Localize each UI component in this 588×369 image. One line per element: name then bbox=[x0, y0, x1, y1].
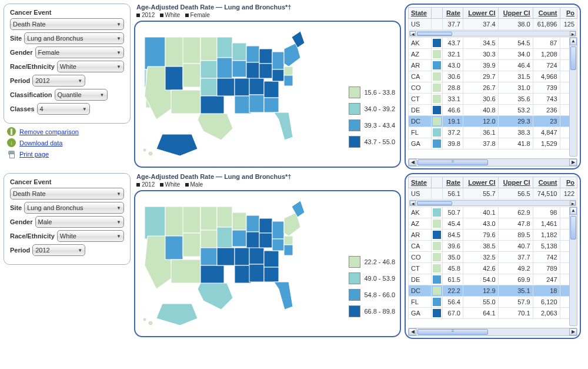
table-row[interactable]: FL56.455.057.96,120 bbox=[409, 297, 577, 308]
legend-swatch bbox=[349, 87, 360, 98]
table-row[interactable]: AR84.579.689.51,182 bbox=[409, 230, 577, 241]
period-select[interactable]: 2012 ▼ bbox=[32, 75, 85, 87]
vertical-scrollbar[interactable]: ▲ bbox=[569, 207, 577, 326]
svg-rect-72 bbox=[284, 245, 293, 255]
download-icon: ↓ bbox=[7, 138, 16, 147]
svg-point-75 bbox=[143, 318, 146, 321]
table-row[interactable]: CO28.826.731.0739 bbox=[409, 82, 577, 94]
col-rate[interactable]: Rate bbox=[442, 8, 463, 19]
map-title-2: Age-Adjusted Death Rate — Lung and Bronc… bbox=[136, 173, 401, 180]
scroll-left-icon[interactable]: ◀ bbox=[409, 159, 416, 166]
table-row[interactable]: GA67.064.170.12,063 bbox=[409, 308, 577, 319]
table-row[interactable]: CT33.130.635.6743 bbox=[409, 94, 577, 105]
table-row[interactable]: DE46.640.853.2236 bbox=[409, 105, 577, 116]
col-swatch[interactable] bbox=[431, 177, 442, 188]
map-frame-1[interactable]: 15.6 - 33.8 34.0 - 39.2 39.3 - 43.4 43.7… bbox=[134, 21, 401, 168]
horizontal-scrollbar[interactable]: ◀ ▶ bbox=[408, 328, 577, 336]
table-row[interactable]: CO35.032.537.7742 bbox=[409, 252, 577, 263]
map-frame-2[interactable]: 22.2 - 46.8 49.0 - 53.9 54.8 - 66.0 66.8… bbox=[134, 190, 401, 337]
table-row[interactable]: AK50.740.162.998 bbox=[409, 207, 577, 218]
us-summary-row[interactable]: US56.155.756.574,510122 bbox=[409, 188, 577, 200]
classes-label: Classes bbox=[10, 105, 35, 112]
table-row[interactable]: DE61.554.069.9247 bbox=[409, 274, 577, 285]
race-select[interactable]: White ▼ bbox=[57, 61, 124, 72]
print-icon bbox=[7, 149, 16, 158]
svg-rect-47 bbox=[201, 230, 217, 248]
scroll-right-icon[interactable]: ▶ bbox=[569, 159, 577, 166]
scroll-right-icon[interactable]: ▶ bbox=[569, 328, 577, 335]
svg-rect-66 bbox=[259, 233, 272, 248]
col-pop[interactable]: Po bbox=[560, 177, 577, 188]
download-data-link[interactable]: Download data bbox=[19, 139, 62, 147]
table-row[interactable]: AR43.039.946.4724 bbox=[409, 60, 577, 71]
scroll-thumb[interactable] bbox=[570, 216, 576, 240]
horizontal-scrollbar[interactable]: ◀ ▶ bbox=[408, 158, 577, 167]
svg-rect-20 bbox=[246, 62, 259, 79]
table-row[interactable]: GA39.837.841.81,529 bbox=[409, 138, 577, 149]
scroll-up-icon[interactable]: ▲ bbox=[570, 207, 577, 215]
svg-rect-57 bbox=[246, 232, 259, 248]
svg-rect-11 bbox=[201, 78, 217, 96]
chevron-down-icon: ▼ bbox=[116, 64, 121, 69]
svg-rect-22 bbox=[235, 96, 251, 114]
scroll-thumb[interactable] bbox=[417, 159, 488, 165]
table-row[interactable]: AZ45.443.047.81,461 bbox=[409, 218, 577, 230]
event-select[interactable]: Death Rate ▼ bbox=[10, 188, 124, 200]
table-row[interactable]: FL37.236.138.34,847 bbox=[409, 127, 577, 138]
svg-rect-60 bbox=[249, 248, 264, 264]
table-row[interactable]: CT45.842.649.2789 bbox=[409, 263, 577, 274]
remove-comparison-icon: ‖ bbox=[7, 127, 16, 136]
col-lowerci[interactable]: Lower CI bbox=[463, 177, 498, 188]
svg-rect-50 bbox=[217, 207, 232, 227]
remove-comparison-link[interactable]: Remove comparison bbox=[19, 128, 79, 135]
actions-panel: ‖ Remove comparison ↓ Download data Prin… bbox=[7, 127, 131, 158]
table-row[interactable]: AK43.734.554.587 bbox=[409, 38, 577, 49]
scroll-up-icon[interactable]: ▲ bbox=[570, 38, 577, 45]
site-select[interactable]: Lung and Bronchus ▼ bbox=[24, 32, 124, 44]
chevron-down-icon: ▼ bbox=[116, 191, 121, 197]
chevron-down-icon: ▼ bbox=[82, 107, 87, 112]
us-summary-row[interactable]: US37.737.438.061,896125 bbox=[409, 19, 577, 30]
gender-select[interactable]: Female ▼ bbox=[35, 46, 124, 58]
col-pop[interactable]: Po bbox=[560, 8, 577, 19]
scroll-left-icon[interactable]: ◀ bbox=[409, 328, 416, 335]
col-count[interactable]: Count bbox=[533, 8, 560, 19]
race-select[interactable]: White ▼ bbox=[57, 230, 124, 242]
choropleth-map-female bbox=[139, 25, 315, 161]
col-rate[interactable]: Rate bbox=[442, 177, 463, 188]
print-page-link[interactable]: Print page bbox=[19, 151, 49, 158]
table-header-row: State Rate Lower CI Upper CI Count Po bbox=[409, 177, 577, 188]
table-row[interactable]: DC19.112.029.323 bbox=[409, 116, 577, 127]
svg-marker-73 bbox=[156, 304, 198, 325]
table-row[interactable]: DC22.212.935.118 bbox=[409, 285, 577, 297]
svg-rect-8 bbox=[171, 90, 201, 114]
scroll-thumb[interactable] bbox=[570, 46, 576, 70]
table-row[interactable]: CA39.638.540.75,138 bbox=[409, 241, 577, 252]
gender-select[interactable]: Male ▼ bbox=[35, 216, 124, 228]
col-state[interactable]: State bbox=[409, 8, 432, 19]
event-select[interactable]: Death Rate ▼ bbox=[10, 18, 124, 30]
table-row[interactable]: CA30.629.731.54,968 bbox=[409, 71, 577, 82]
col-count[interactable]: Count bbox=[533, 177, 560, 188]
table-row[interactable]: AZ32.130.334.01,208 bbox=[409, 49, 577, 60]
svg-point-37 bbox=[148, 151, 153, 156]
vertical-scrollbar[interactable]: ▲ bbox=[569, 37, 577, 157]
col-upperci[interactable]: Upper CI bbox=[498, 177, 533, 188]
svg-rect-61 bbox=[249, 264, 264, 282]
classification-select[interactable]: Quantile ▼ bbox=[55, 89, 108, 101]
chevron-down-icon: ▼ bbox=[116, 234, 121, 239]
classes-select[interactable]: 4 ▼ bbox=[37, 103, 90, 115]
svg-rect-67 bbox=[272, 221, 284, 239]
col-upperci[interactable]: Upper CI bbox=[498, 8, 533, 19]
col-swatch[interactable] bbox=[431, 8, 442, 19]
svg-marker-64 bbox=[274, 282, 293, 310]
site-select[interactable]: Lung and Bronchus ▼ bbox=[24, 202, 124, 214]
col-state[interactable]: State bbox=[409, 177, 432, 188]
col-lowerci[interactable]: Lower CI bbox=[463, 8, 498, 19]
period-select[interactable]: 2012 ▼ bbox=[32, 244, 85, 256]
svg-rect-51 bbox=[217, 227, 232, 248]
svg-rect-48 bbox=[201, 248, 217, 265]
scroll-thumb[interactable] bbox=[417, 329, 488, 335]
svg-rect-18 bbox=[232, 61, 246, 77]
map-title-1: Age-Adjusted Death Rate — Lung and Bronc… bbox=[136, 4, 401, 11]
